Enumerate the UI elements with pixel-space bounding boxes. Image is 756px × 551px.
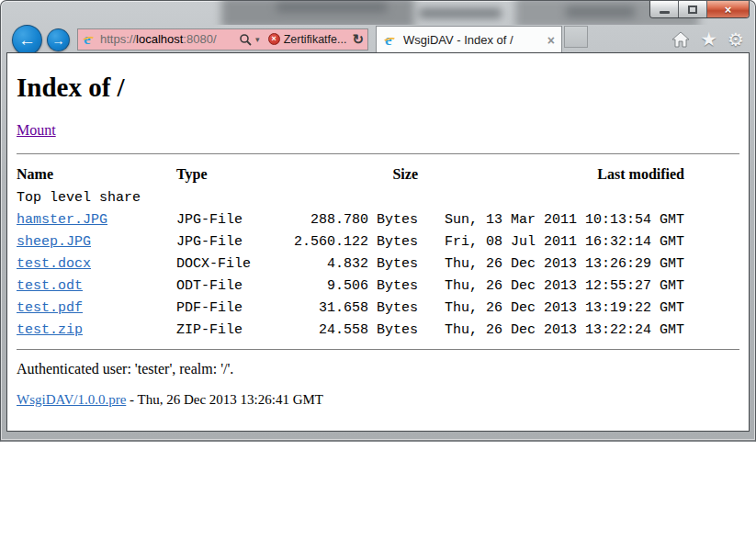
file-link[interactable]: test.odt	[17, 278, 83, 294]
ie-logo-icon: e	[383, 33, 398, 48]
table-header-row: Name Type Size Last modified	[17, 163, 684, 186]
forward-arrow-icon: →	[52, 33, 65, 48]
file-link[interactable]: sheep.JPG	[17, 234, 91, 250]
table-row: test.pdf PDF-File 31.658 Bytes Thu, 26 D…	[17, 297, 684, 319]
share-label: Top level share	[17, 186, 684, 208]
file-size: 9.506 Bytes	[293, 275, 418, 297]
file-size: 24.558 Bytes	[293, 319, 418, 341]
certificate-error-label[interactable]: Zertifikatfe...	[284, 33, 347, 46]
address-bar[interactable]: e https://localhost:8080/ ▾ × Zertifikat…	[77, 28, 368, 51]
file-type: PDF-File	[176, 297, 293, 319]
file-size: 2.560.122 Bytes	[293, 231, 418, 253]
minimize-button[interactable]	[650, 1, 679, 17]
ie-logo-icon: e	[82, 32, 96, 47]
share-label-row: Top level share	[17, 186, 684, 208]
divider	[17, 153, 739, 154]
directory-table: Name Type Size Last modified Top level s…	[17, 163, 684, 341]
tab-close-icon[interactable]: ×	[547, 34, 555, 47]
url-host: localhost	[136, 32, 183, 46]
server-timestamp: - Thu, 26 Dec 2013 13:26:41 GMT	[126, 392, 323, 407]
background-blur	[419, 8, 502, 18]
browser-toolbar: ★ ⚙	[671, 29, 744, 49]
file-modified: Thu, 26 Dec 2013 13:22:24 GMT	[418, 319, 684, 341]
header-name: Name	[17, 163, 176, 186]
file-link[interactable]: test.docx	[17, 256, 91, 272]
tab-title: WsgiDAV - Index of /	[403, 33, 542, 47]
home-icon[interactable]	[671, 31, 690, 48]
table-row: test.docx DOCX-File 4.832 Bytes Thu, 26 …	[17, 253, 684, 275]
table-row: test.odt ODT-File 9.506 Bytes Thu, 26 De…	[17, 275, 684, 297]
file-size: 288.780 Bytes	[293, 208, 418, 231]
background-blur	[276, 3, 387, 12]
file-type: JPG-File	[176, 208, 293, 231]
close-icon: ×	[725, 4, 732, 16]
file-modified: Thu, 26 Dec 2013 13:19:22 GMT	[418, 297, 684, 319]
header-last-modified: Last modified	[418, 163, 684, 186]
page-title: Index of /	[17, 73, 739, 103]
file-link[interactable]: hamster.JPG	[17, 212, 107, 228]
close-button[interactable]: ×	[707, 1, 749, 17]
file-link[interactable]: test.pdf	[17, 300, 83, 316]
page-content: Index of / Mount Name Type Size Last mod…	[6, 52, 750, 432]
window-titlebar[interactable]	[1, 1, 755, 25]
file-link[interactable]: test.zip	[17, 322, 83, 338]
file-modified: Fri, 08 Jul 2011 16:32:14 GMT	[418, 231, 684, 253]
header-type: Type	[176, 163, 293, 186]
window-controls: ×	[649, 1, 750, 18]
wsgidav-index-page: Index of / Mount Name Type Size Last mod…	[7, 53, 749, 415]
new-tab-button[interactable]	[564, 26, 588, 48]
table-row: hamster.JPG JPG-File 288.780 Bytes Sun, …	[17, 208, 684, 231]
search-icon[interactable]	[239, 33, 252, 46]
file-type: ZIP-File	[176, 319, 293, 341]
browser-tab[interactable]: e WsgiDAV - Index of / ×	[376, 26, 562, 53]
table-row: test.zip ZIP-File 24.558 Bytes Thu, 26 D…	[17, 319, 684, 341]
mount-link[interactable]: Mount	[17, 122, 56, 138]
back-button[interactable]: ←	[12, 25, 42, 55]
authenticated-user-line: Authenticated user: 'tester', realm: '/'…	[17, 361, 739, 377]
maximize-button[interactable]	[679, 1, 707, 17]
browser-window: × ← → e https://localhost:8080/ ▾ × Zert…	[0, 0, 756, 442]
background-blur	[566, 6, 635, 17]
file-modified: Thu, 26 Dec 2013 12:55:27 GMT	[418, 275, 684, 297]
favorites-star-icon[interactable]: ★	[700, 29, 717, 49]
file-modified: Sun, 13 Mar 2011 10:13:54 GMT	[418, 208, 684, 231]
back-arrow-icon: ←	[18, 30, 36, 51]
file-modified: Thu, 26 Dec 2013 13:26:29 GMT	[418, 253, 684, 275]
url-scheme: https://	[100, 32, 136, 46]
settings-gear-icon[interactable]: ⚙	[728, 30, 744, 49]
file-type: DOCX-File	[176, 253, 293, 275]
navigation-bar: ← → e https://localhost:8080/ ▾ × Zertif…	[1, 25, 755, 53]
file-size: 4.832 Bytes	[293, 253, 418, 275]
refresh-icon[interactable]: ↻	[352, 31, 364, 48]
file-type: ODT-File	[176, 275, 293, 297]
search-dropdown-icon[interactable]: ▾	[255, 35, 260, 44]
url-text[interactable]: https://localhost:8080/	[100, 32, 217, 46]
divider	[17, 349, 739, 350]
file-size: 31.658 Bytes	[293, 297, 418, 319]
server-footer-line: WsgiDAV/1.0.0.pre - Thu, 26 Dec 2013 13:…	[17, 392, 739, 408]
minimize-icon	[660, 11, 670, 14]
header-size: Size	[293, 163, 418, 186]
maximize-icon	[688, 6, 697, 14]
wsgidav-version-link[interactable]: WsgiDAV/1.0.0.pre	[17, 392, 126, 407]
table-row: sheep.JPG JPG-File 2.560.122 Bytes Fri, …	[17, 231, 684, 253]
forward-button[interactable]: →	[47, 28, 70, 51]
certificate-error-icon[interactable]: ×	[268, 33, 280, 45]
url-path: :8080/	[183, 32, 216, 46]
file-type: JPG-File	[176, 231, 293, 253]
